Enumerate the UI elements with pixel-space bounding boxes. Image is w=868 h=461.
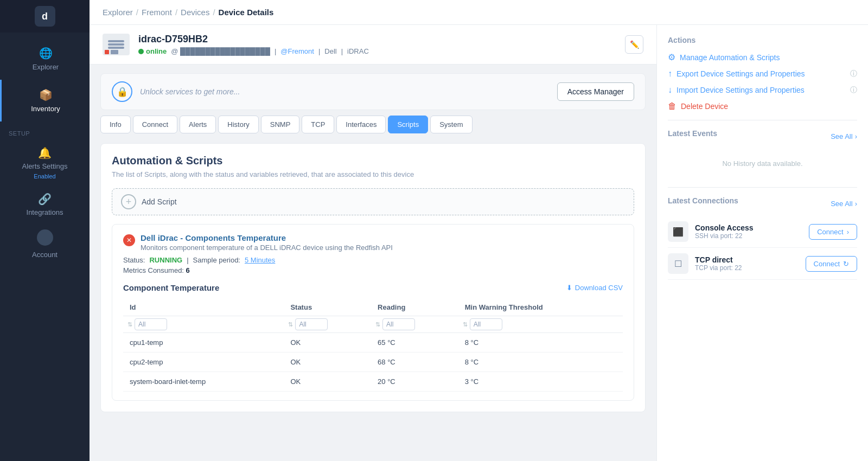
component-temperature-section: Component Temperature ⬇ Download CSV Id … <box>123 283 623 392</box>
row-status: OK <box>284 333 371 353</box>
breadcrumb-sep-3: / <box>213 8 215 17</box>
chevron-right-icon-3: › <box>847 228 849 236</box>
remove-script-button[interactable]: ✕ <box>123 234 135 246</box>
tab-snmp[interactable]: SNMP <box>261 116 300 133</box>
device-vendor: Dell <box>324 47 336 55</box>
filter-reading[interactable] <box>382 318 415 330</box>
download-csv-link[interactable]: ⬇ Download CSV <box>566 284 623 292</box>
connection-info: Console Access SSH via port: 22 <box>695 223 802 240</box>
device-header: idrac-D759HB2 online @ █████████████████… <box>90 25 656 65</box>
main-content: Explorer / Fremont / Devices / Device De… <box>90 0 868 461</box>
scripts-section: Automation & Scripts The list of Scripts… <box>100 143 646 412</box>
connect-tcp-button[interactable]: Connect ↻ <box>806 256 857 272</box>
breadcrumb-devices[interactable]: Devices <box>181 8 209 17</box>
import-label: Import Device Settings and Properties <box>676 86 805 94</box>
help-icon-2[interactable]: ⓘ <box>850 85 857 95</box>
sidebar-item-label: Inventory <box>31 105 60 113</box>
tabs-bar: Info Connect Alerts History SNMP TCP Int… <box>90 110 656 137</box>
row-id: system-board-inlet-temp <box>123 372 284 392</box>
sample-period-value[interactable]: 5 Minutes <box>245 256 275 264</box>
setup-section-label: Setup <box>0 121 90 140</box>
tab-interfaces[interactable]: Interfaces <box>336 116 386 133</box>
table-row: cpu2-temp OK 68 °C 8 °C <box>123 353 623 372</box>
sidebar-item-inventory[interactable]: 📦 Inventory <box>0 80 90 121</box>
breadcrumb-sep-2: / <box>175 8 177 17</box>
export-settings-link[interactable]: ↑ Export Device Settings and Properties … <box>668 69 857 79</box>
import-icon: ↓ <box>668 85 672 95</box>
import-settings-link[interactable]: ↓ Import Device Settings and Properties … <box>668 85 857 95</box>
sidebar-item-alerts-settings[interactable]: 🔔 Alerts Settings Enabled <box>0 140 90 186</box>
filter-id[interactable] <box>135 318 167 330</box>
unlock-bar: 🔒 Unlock services to get more... Access … <box>100 73 646 110</box>
chevron-right-icon-2: › <box>855 200 857 208</box>
status-label: Status: <box>123 256 145 264</box>
center-panel: idrac-D759HB2 online @ █████████████████… <box>90 25 656 461</box>
see-all-connections-link[interactable]: See All › <box>831 200 857 208</box>
sidebar-item-integrations[interactable]: 🔗 Integrations <box>0 186 90 223</box>
filter-min-warning[interactable] <box>470 318 502 330</box>
tab-connect[interactable]: Connect <box>133 116 177 133</box>
row-min-warning: 3 °C <box>458 372 623 392</box>
actions-title: Actions <box>668 36 857 44</box>
tcp-icon: ☐ <box>668 253 688 274</box>
logo-icon: d <box>35 6 55 27</box>
device-location-link[interactable]: @Fremont <box>280 47 314 55</box>
connect-console-button[interactable]: Connect › <box>809 224 857 240</box>
tab-alerts[interactable]: Alerts <box>180 116 216 133</box>
script-card: ✕ Dell iDrac - Components Temperature Mo… <box>112 224 634 401</box>
sidebar-item-account[interactable]: Account <box>0 223 90 265</box>
connection-name: Console Access <box>695 223 802 232</box>
add-script-button[interactable]: + Add Script <box>112 188 634 215</box>
alerts-enabled-badge: Enabled <box>34 173 55 180</box>
access-manager-button[interactable]: Access Manager <box>557 82 634 101</box>
connection-info-2: TCP direct TCP via port: 22 <box>695 255 799 272</box>
script-description: Monitors component temperature of a DELL… <box>141 244 393 252</box>
divider-1 <box>668 120 857 120</box>
breadcrumb-fremont[interactable]: Fremont <box>142 8 172 17</box>
breadcrumb-explorer[interactable]: Explorer <box>103 8 133 17</box>
connection-meta-2: TCP via port: 22 <box>695 264 799 272</box>
see-all-events-link[interactable]: See All › <box>831 132 857 140</box>
tab-system[interactable]: System <box>430 116 472 133</box>
device-meta: online @ ██████████████████ | @Fremont |… <box>138 47 616 55</box>
globe-icon: 🌐 <box>39 47 53 60</box>
content-area: idrac-D759HB2 online @ █████████████████… <box>90 25 868 461</box>
row-reading: 68 °C <box>371 353 458 372</box>
no-history-text: No History data available. <box>668 149 857 178</box>
status-dot <box>138 49 144 54</box>
script-status-row: Status: RUNNING | Sample period: 5 Minut… <box>123 256 623 264</box>
status-online: online <box>138 47 167 55</box>
tab-history[interactable]: History <box>218 116 258 133</box>
temperature-table: Id Status Reading Min Warning Threshold … <box>123 299 623 392</box>
edit-device-button[interactable]: ✏️ <box>625 35 643 54</box>
manage-automation-label: Manage Automation & Scripts <box>680 53 780 62</box>
help-icon[interactable]: ⓘ <box>850 69 857 79</box>
trash-icon: 🗑 <box>668 101 676 111</box>
status-value: RUNNING <box>149 256 182 264</box>
sidebar-item-label: Explorer <box>33 63 59 71</box>
tab-tcp[interactable]: TCP <box>302 116 334 133</box>
connection-tcp: ☐ TCP direct TCP via port: 22 Connect ↻ <box>668 248 857 280</box>
sidebar-item-label: Integrations <box>27 208 63 216</box>
device-name: idrac-D759HB2 <box>138 34 616 45</box>
plus-icon: + <box>121 194 136 209</box>
avatar <box>37 229 53 246</box>
add-script-label: Add Script <box>142 197 177 206</box>
metrics-row: Metrics Consumed: 6 <box>123 266 623 274</box>
latest-connections-title: Latest Connections <box>668 196 738 205</box>
script-card-header: ✕ Dell iDrac - Components Temperature Mo… <box>123 233 623 252</box>
row-reading: 20 °C <box>371 372 458 392</box>
tab-scripts[interactable]: Scripts <box>388 116 428 133</box>
device-address: @ ██████████████████ <box>171 47 270 55</box>
col-id: Id <box>123 299 284 316</box>
lock-icon: 🔒 <box>112 81 132 102</box>
manage-automation-link[interactable]: ⚙ Manage Automation & Scripts <box>668 52 857 62</box>
filter-status[interactable] <box>295 318 328 330</box>
device-info: idrac-D759HB2 online @ █████████████████… <box>138 34 616 55</box>
delete-device-link[interactable]: 🗑 Delete Device <box>668 101 857 111</box>
sidebar-item-explorer[interactable]: 🌐 Explorer <box>0 38 90 80</box>
tab-info[interactable]: Info <box>100 116 131 133</box>
col-status: Status <box>284 299 371 316</box>
row-id: cpu1-temp <box>123 333 284 353</box>
sort-icon: ⇅ <box>288 321 293 328</box>
